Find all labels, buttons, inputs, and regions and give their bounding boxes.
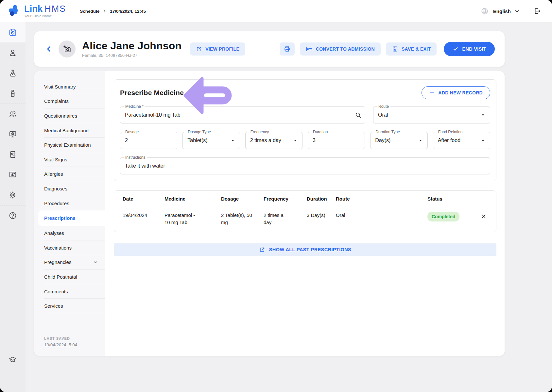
show-all-past-prescriptions-button[interactable]: SHOW ALL PAST PRESCRIPTIONS [114, 243, 496, 256]
remove-prescription-button[interactable] [480, 213, 487, 220]
nav-item-analyses[interactable]: Analyses [34, 226, 105, 240]
save-exit-button[interactable]: SAVE & EXIT [386, 42, 437, 56]
breadcrumb: Schedule 17/04/2024, 12:45 [80, 9, 146, 14]
chevron-down-icon [514, 8, 520, 14]
rail-billing-icon[interactable] [0, 144, 26, 165]
back-button[interactable] [45, 45, 53, 53]
view-profile-button[interactable]: VIEW PROFILE [190, 42, 245, 56]
food-relation-field[interactable]: Food Relation After food [433, 132, 490, 149]
logout-icon [533, 7, 541, 15]
prescriptions-table: Date Medicine Dosage Frequency Duration … [114, 190, 496, 232]
dropdown-caret-icon [417, 137, 424, 144]
col-date: Date [123, 196, 164, 202]
search-icon[interactable] [354, 111, 362, 119]
instructions-field-label: Instructions [124, 155, 147, 160]
language-selector[interactable]: English [493, 8, 520, 14]
dropdown-caret-icon [479, 111, 487, 119]
app-logo[interactable]: Link HMS Your Clinic Name [0, 5, 66, 18]
nav-item-vital-signs[interactable]: Vital Signs [34, 152, 105, 167]
medicine-field[interactable]: Medicine * [120, 106, 365, 123]
nav-item-procedures[interactable]: Procedures [34, 196, 105, 211]
rail-staff-icon[interactable] [0, 104, 26, 124]
col-status: Status [427, 196, 480, 202]
nav-item-child-postnatal[interactable]: Child Postnatal [34, 270, 105, 284]
nav-item-diagnoses[interactable]: Diagnoses [34, 181, 105, 196]
instructions-input[interactable] [120, 158, 490, 174]
plus-icon [429, 90, 435, 96]
nav-item-complaints[interactable]: Complaints [34, 94, 105, 109]
dropdown-caret-icon [479, 137, 487, 144]
last-saved-value: 19/04/2024, 5:04 [44, 342, 77, 347]
medicine-input[interactable] [120, 107, 365, 123]
rail-workstation-icon[interactable] [0, 124, 26, 144]
patient-meta: Female, 35, 14097856-HJ-27 [82, 53, 181, 58]
cell-medicine: Paracetamol - 10 mg Tab [164, 212, 201, 226]
logout-button[interactable] [533, 7, 541, 15]
route-select[interactable]: Oral [373, 107, 490, 123]
breadcrumb-schedule-link[interactable]: Schedule [80, 9, 99, 14]
route-field[interactable]: Route Oral [373, 106, 490, 123]
nav-item-allergies[interactable]: Allergies [34, 167, 105, 182]
dosage-input[interactable] [120, 132, 177, 149]
cell-route: Oral [336, 212, 427, 219]
logo-brand-primary: Link [24, 5, 43, 13]
nav-item-services[interactable]: Services [34, 299, 105, 313]
cell-duration: 3 Day(s) [307, 212, 336, 219]
rail-pharmacy-icon[interactable] [0, 83, 26, 104]
breadcrumb-separator-icon [103, 9, 107, 13]
nav-item-comments[interactable]: Comments [34, 284, 105, 299]
close-icon [480, 213, 487, 220]
duration-type-field-label: Duration Type [374, 130, 402, 134]
rail-patients-icon[interactable] [0, 42, 26, 63]
frequency-field[interactable]: Frequency 2 times a day [245, 132, 302, 149]
rail-education-icon[interactable] [0, 350, 26, 370]
dropdown-caret-icon [229, 137, 236, 144]
rail-reports-icon[interactable] [0, 165, 26, 185]
visit-workspace: Visit Summary Complaints Questionnaires … [34, 71, 505, 356]
dosage-field[interactable]: Dosage [120, 132, 177, 149]
rail-settings-icon[interactable] [0, 185, 26, 205]
patient-name: Alice Jane Johnson [82, 40, 181, 52]
print-button[interactable] [280, 42, 295, 56]
dosage-field-label: Dosage [124, 130, 140, 134]
col-medicine: Medicine [164, 196, 221, 202]
nav-item-prescriptions[interactable]: Prescriptions [38, 210, 105, 226]
chevron-down-icon [93, 260, 98, 265]
duration-field[interactable]: Duration [308, 132, 365, 149]
dropdown-caret-icon [292, 137, 299, 144]
instructions-field[interactable]: Instructions [120, 157, 490, 174]
breadcrumb-current: 17/04/2024, 12:45 [110, 9, 146, 14]
top-bar: Link HMS Your Clinic Name Schedule 17/04… [0, 0, 552, 22]
add-new-record-button[interactable]: ADD NEW RECORD [422, 86, 490, 99]
nav-item-vaccinations[interactable]: Vaccinations [34, 240, 105, 255]
add-photo-icon [63, 45, 71, 53]
convert-to-admission-button[interactable]: CONVERT TO ADMISSION [300, 42, 381, 56]
route-field-label: Route [377, 104, 390, 109]
frequency-field-label: Frequency [249, 130, 271, 134]
page-body: Alice Jane Johnson Female, 35, 14097856-… [26, 22, 552, 392]
table-header-row: Date Medicine Dosage Frequency Duration … [114, 191, 496, 207]
bed-icon [306, 46, 313, 53]
module-rail [0, 22, 26, 392]
nav-item-pregnancies[interactable]: Pregnancies [34, 255, 105, 270]
dosage-type-field[interactable]: Dosage Type Tablet(s) [182, 132, 240, 149]
nav-item-visit-summary[interactable]: Visit Summary [34, 79, 105, 94]
nav-item-physical-examination[interactable]: Physical Examination [34, 138, 105, 152]
rail-help-icon[interactable] [0, 205, 26, 226]
cell-date: 19/04/2024 [123, 212, 164, 219]
prescribe-medicine-title: Prescribe Medicine [120, 89, 184, 97]
col-duration: Duration [307, 196, 336, 202]
patient-header-card: Alice Jane Johnson Female, 35, 14097856-… [34, 31, 505, 67]
nav-item-medical-background[interactable]: Medical Background [34, 123, 105, 138]
patient-photo-upload[interactable] [59, 41, 76, 57]
rail-laboratory-icon[interactable] [0, 63, 26, 83]
rail-schedule-calendar-icon[interactable] [0, 22, 26, 42]
nav-item-questionnaires[interactable]: Questionnaires [34, 108, 105, 123]
duration-type-field[interactable]: Duration Type Day(s) [370, 132, 427, 149]
col-frequency: Frequency [264, 196, 307, 202]
globe-icon [481, 7, 489, 15]
duration-input[interactable] [308, 132, 365, 149]
end-visit-button[interactable]: END VISIT [444, 42, 495, 56]
dosage-type-field-label: Dosage Type [186, 130, 213, 134]
save-icon [392, 46, 398, 52]
